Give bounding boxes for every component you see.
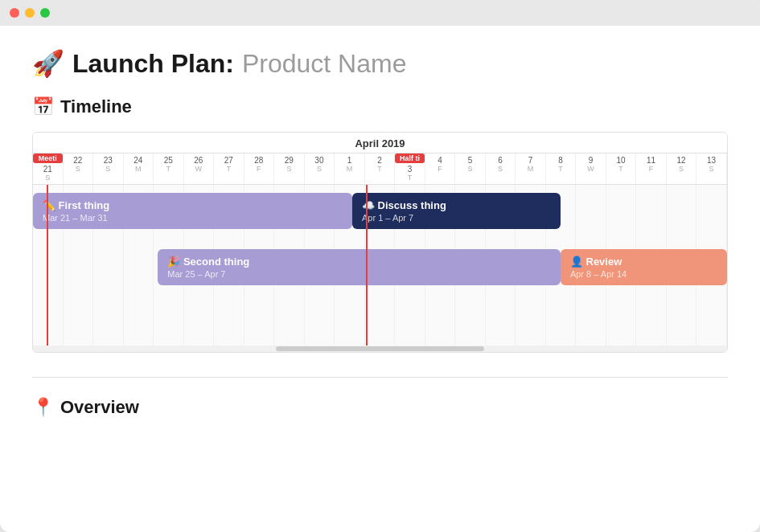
timeline-day-7: 7M <box>516 153 546 184</box>
overview-icon: 📍 <box>32 397 54 418</box>
timeline-day-8: 8T <box>546 153 577 184</box>
close-button[interactable] <box>10 8 19 18</box>
scrollbar-thumb[interactable] <box>276 346 484 351</box>
minimize-button[interactable] <box>25 8 35 18</box>
timeline-header: Meeti21S22S23S24M25T26W27T28F29S30S1M2TH… <box>33 153 727 185</box>
event-date-0: Mar 21 – Mar 31 <box>43 213 343 223</box>
event-name-0: ✏️ First thing <box>43 199 343 211</box>
timeline-day-13: 13S <box>696 153 727 184</box>
timeline-day-9: 9W <box>576 153 606 184</box>
timeline-day-12: 12S <box>667 153 697 184</box>
app-window: 🚀 Launch Plan: Product Name 📅 Timeline A… <box>0 0 760 532</box>
red-line-2 <box>366 185 368 346</box>
timeline-day-23: 23S <box>93 153 124 184</box>
event-name-1: ☁️ Discuss thing <box>362 199 551 211</box>
timeline-day-22: 22S <box>64 153 94 184</box>
timeline-icon: 📅 <box>32 96 54 117</box>
event-bar-0[interactable]: ✏️ First thingMar 21 – Mar 31 <box>33 193 352 229</box>
timeline-day-28: 28F <box>244 153 275 184</box>
timeline-day-6: 6S <box>486 153 516 184</box>
page-content: 🚀 Launch Plan: Product Name 📅 Timeline A… <box>0 26 760 456</box>
timeline-container: April 2019 Meeti21S22S23S24M25T26W27T28F… <box>32 132 728 353</box>
timeline-day-11: 11F <box>636 153 667 184</box>
overview-section-title: 📍 Overview <box>32 397 728 418</box>
page-title: 🚀 Launch Plan: Product Name <box>32 48 728 79</box>
event-date-2: Mar 25 – Apr 7 <box>167 269 551 279</box>
month-label: April 2019 <box>33 133 727 153</box>
overview-label: Overview <box>60 397 139 418</box>
timeline-day-21: Meeti21S <box>33 153 64 184</box>
timeline-day-24: 24M <box>124 153 154 184</box>
timeline-day-30: 30S <box>305 153 335 184</box>
timeline-day-26: 26W <box>184 153 215 184</box>
timeline-day-25: 25T <box>154 153 184 184</box>
scrollbar-area[interactable] <box>33 346 727 352</box>
title-text: Launch Plan: <box>72 49 234 79</box>
timeline-body: ✏️ First thingMar 21 – Mar 31☁️ Discuss … <box>33 185 727 346</box>
section-divider <box>32 377 728 378</box>
timeline-day-3: Half ti3T <box>395 153 425 184</box>
timeline-day-1: 1M <box>335 153 365 184</box>
timeline-day-4: 4F <box>425 153 456 184</box>
red-line-1 <box>47 185 48 346</box>
title-icon: 🚀 <box>32 48 64 79</box>
event-bar-2[interactable]: 🎉 Second thingMar 25 – Apr 7 <box>158 249 561 285</box>
title-subtitle: Product Name <box>242 49 407 79</box>
event-date-3: Apr 8 – Apr 14 <box>570 269 717 279</box>
event-name-2: 🎉 Second thing <box>167 256 551 268</box>
title-bar <box>0 0 760 26</box>
timeline-day-10: 10T <box>606 153 637 184</box>
maximize-button[interactable] <box>40 8 50 18</box>
event-name-3: 👤 Review <box>570 256 717 268</box>
timeline-label: Timeline <box>60 96 132 117</box>
timeline-day-27: 27T <box>214 153 244 184</box>
event-bar-3[interactable]: 👤 ReviewApr 8 – Apr 14 <box>561 249 727 285</box>
timeline-section-title: 📅 Timeline <box>32 96 728 117</box>
timeline-day-5: 5S <box>455 153 486 184</box>
timeline-day-29: 29S <box>274 153 305 184</box>
event-date-1: Apr 1 – Apr 7 <box>362 213 551 223</box>
timeline-day-2: 2T <box>365 153 396 184</box>
event-bar-1[interactable]: ☁️ Discuss thingApr 1 – Apr 7 <box>352 193 561 229</box>
